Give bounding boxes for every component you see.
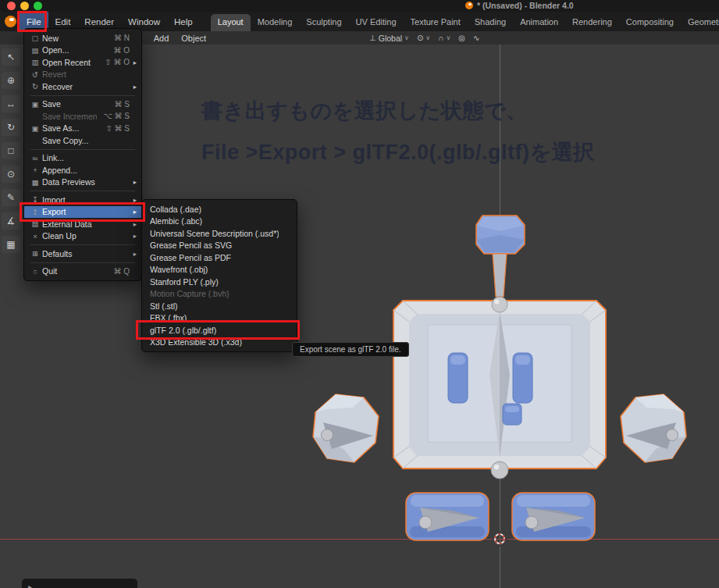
tab-texture-paint[interactable]: Texture Paint bbox=[404, 14, 468, 31]
menu-item-label: Save Copy... bbox=[42, 136, 123, 145]
blender-logo-icon[interactable] bbox=[5, 16, 16, 27]
new-file-icon: ▢ bbox=[28, 34, 42, 42]
menu-item-external-data[interactable]: ▤External Data▸ bbox=[24, 218, 141, 230]
robot-chin-ball[interactable] bbox=[491, 461, 508, 479]
tab-geometry-nodes[interactable]: Geometry Nodes bbox=[681, 14, 719, 31]
caret-right-icon: ▸ bbox=[28, 583, 32, 588]
tab-layout[interactable]: Layout bbox=[211, 14, 251, 31]
menu-item-stl-stl[interactable]: Stl (.stl) bbox=[142, 300, 297, 312]
menu-item-grease-pencil-as-pdf[interactable]: Grease Pencil as PDF bbox=[142, 251, 297, 264]
menu-item-shortcut: ⌥ ⌘ S bbox=[103, 112, 130, 120]
menu-item-new[interactable]: ▢New⌘ N bbox=[24, 32, 141, 45]
tab-sculpting[interactable]: Sculpting bbox=[299, 14, 348, 31]
robot-head[interactable] bbox=[476, 216, 525, 254]
menu-item-label: Save Incremental bbox=[42, 112, 97, 121]
cursor-tool-icon[interactable]: ⊕ bbox=[2, 72, 20, 89]
menu-item-x3d-extensible-3d-x3d[interactable]: X3D Extensible 3D (.x3d) bbox=[142, 337, 297, 349]
menu-item-label: Collada (.dae) bbox=[150, 205, 279, 214]
transform-orientation-dropdown[interactable]: ⊥ Global ∨ bbox=[369, 34, 409, 43]
menu-item-save-copy[interactable]: Save Copy... bbox=[24, 134, 141, 147]
menu-item-stanford-ply-ply[interactable]: Stanford PLY (.ply) bbox=[142, 276, 297, 288]
menu-item-label: glTF 2.0 (.glb/.gltf) bbox=[150, 326, 279, 335]
tab-rendering[interactable]: Rendering bbox=[565, 14, 619, 31]
append-icon: + bbox=[28, 166, 42, 174]
robot-neck[interactable] bbox=[493, 254, 507, 297]
menu-item-recover[interactable]: ↻Recover▸ bbox=[24, 80, 141, 93]
viewport-menu-object[interactable]: Object bbox=[181, 34, 206, 43]
menu-item-open-recent[interactable]: ▥Open Recent⇧ ⌘ O▸ bbox=[24, 56, 141, 69]
minimize-window-button[interactable] bbox=[20, 2, 29, 10]
menu-separator bbox=[24, 242, 141, 248]
menu-item-label: Stanford PLY (.ply) bbox=[150, 277, 279, 287]
move-tool-icon[interactable]: ↔ bbox=[2, 95, 20, 112]
pivot-point-dropdown[interactable]: ⊙ ∨ bbox=[417, 34, 430, 42]
rotate-tool-icon[interactable]: ↻ bbox=[2, 119, 20, 136]
submenu-arrow-icon: ▸ bbox=[130, 208, 137, 216]
menu-item-append[interactable]: +Append... bbox=[24, 164, 141, 176]
file-menu: ▢New⌘ N▤Open...⌘ O▥Open Recent⇧ ⌘ O▸↺Rev… bbox=[23, 28, 142, 281]
menu-item-save[interactable]: ▣Save⌘ S bbox=[24, 98, 141, 111]
snap-magnet-icon: ∩ bbox=[438, 34, 443, 42]
snap-dropdown[interactable]: ∩ ∨ bbox=[438, 34, 450, 42]
menu-separator bbox=[24, 188, 141, 194]
robot-foot-left[interactable] bbox=[406, 493, 489, 540]
tab-compositing[interactable]: Compositing bbox=[619, 14, 681, 31]
annotate-tool-icon[interactable]: ✎ bbox=[2, 189, 20, 206]
operator-panel[interactable]: ▸ bbox=[22, 579, 137, 588]
zoom-window-button[interactable] bbox=[34, 2, 42, 10]
close-window-button[interactable] bbox=[7, 2, 16, 10]
measure-tool-icon[interactable]: ∡ bbox=[2, 212, 20, 230]
tab-shading[interactable]: Shading bbox=[468, 14, 513, 31]
pivot-point-icon: ⊙ bbox=[417, 34, 423, 42]
proportional-editing-toggle[interactable]: ◎ bbox=[458, 34, 465, 42]
proportional-falloff-dropdown[interactable]: ∿ bbox=[473, 34, 479, 42]
menu-item-label: Recover bbox=[42, 82, 123, 91]
menu-item-label: External Data bbox=[42, 219, 123, 229]
select-box-tool-icon[interactable]: ↖ bbox=[2, 48, 20, 66]
menu-item-label: Grease Pencil as PDF bbox=[150, 253, 279, 262]
menu-item-universal-scene-description-usd[interactable]: Universal Scene Description (.usd*) bbox=[142, 227, 297, 240]
menu-item-shortcut: ⌘ S bbox=[115, 100, 130, 109]
menu-item-shortcut: ⌘ Q bbox=[113, 267, 130, 276]
add-cube-tool-icon[interactable]: ▦ bbox=[2, 236, 20, 253]
menu-item-wavefront-obj[interactable]: Wavefront (.obj) bbox=[142, 264, 297, 276]
menu-item-shortcut: ⇧ ⌘ O bbox=[105, 58, 130, 66]
chevron-down-icon: ∨ bbox=[425, 34, 430, 41]
menu-item-collada-dae[interactable]: Collada (.dae) bbox=[142, 203, 297, 216]
menubar-help[interactable]: Help bbox=[167, 12, 200, 31]
menu-item-fbx-fbx[interactable]: FBX (.fbx) bbox=[142, 312, 297, 325]
menu-item-alembic-abc[interactable]: Alembic (.abc) bbox=[142, 216, 297, 228]
viewport-toolbar: ↖⊕↔↻□⊙✎∡▦ bbox=[2, 48, 22, 253]
menu-item-defaults[interactable]: ⊞Defaults▸ bbox=[24, 248, 141, 260]
menu-item-import[interactable]: ↧Import▸ bbox=[24, 194, 141, 206]
robot-arm-right[interactable] bbox=[621, 394, 686, 462]
viewport-menu-add[interactable]: Add bbox=[154, 34, 169, 43]
menu-item-shortcut: ⌘ O bbox=[113, 46, 130, 55]
menu-item-clean-up[interactable]: ×Clean Up▸ bbox=[24, 230, 141, 243]
robot-antenna-ball[interactable] bbox=[492, 297, 507, 312]
menu-item-gltf-2-0-glb-gltf[interactable]: glTF 2.0 (.glb/.gltf) bbox=[142, 324, 297, 337]
robot-arm-left[interactable] bbox=[313, 394, 379, 462]
scale-tool-icon[interactable]: □ bbox=[2, 142, 20, 159]
recover-icon: ↻ bbox=[28, 82, 42, 91]
link-icon: ∞ bbox=[28, 154, 42, 162]
menu-item-data-previews[interactable]: ▦Data Previews▸ bbox=[24, 176, 141, 189]
clean-up-icon: × bbox=[28, 232, 42, 241]
menu-item-grease-pencil-as-svg[interactable]: Grease Pencil as SVG bbox=[142, 240, 297, 252]
menu-item-link[interactable]: ∞Link... bbox=[24, 152, 141, 165]
robot-foot-right[interactable] bbox=[512, 493, 595, 540]
menu-item-label: Link... bbox=[42, 153, 123, 162]
menu-item-open[interactable]: ▤Open...⌘ O bbox=[24, 45, 141, 57]
annotation-text-line1: 書き出すものを選択した状態で、 bbox=[201, 97, 528, 125]
menu-item-quit[interactable]: ○Quit⌘ Q bbox=[24, 265, 141, 278]
transform-tool-icon[interactable]: ⊙ bbox=[2, 166, 20, 183]
file-menu-body: ▢New⌘ N▤Open...⌘ O▥Open Recent⇧ ⌘ O▸↺Rev… bbox=[24, 32, 141, 277]
tab-uv-editing[interactable]: UV Editing bbox=[349, 14, 404, 31]
chevron-down-icon: ∨ bbox=[404, 34, 409, 41]
menu-item-save-as[interactable]: ▣Save As...⇧ ⌘ S bbox=[24, 123, 141, 135]
robot-mouth[interactable] bbox=[503, 404, 521, 425]
tab-animation[interactable]: Animation bbox=[513, 14, 565, 31]
tab-modeling[interactable]: Modeling bbox=[251, 14, 300, 31]
menu-item-label: Defaults bbox=[42, 249, 123, 258]
menu-item-export[interactable]: ↥Export▸ bbox=[24, 206, 141, 219]
